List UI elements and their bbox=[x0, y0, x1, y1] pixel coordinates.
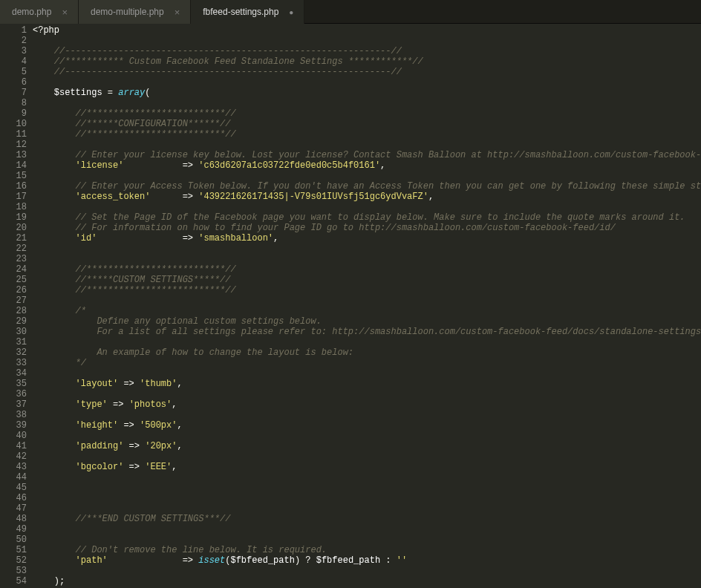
line-number: 11 bbox=[0, 129, 33, 140]
token-s: 'thumb' bbox=[140, 379, 177, 389]
token-c: // For information on how to find your P… bbox=[76, 223, 616, 233]
token-c: //******CONFIGURATION******// bbox=[76, 119, 231, 129]
token-p: , bbox=[428, 192, 434, 202]
token-s: 'photos' bbox=[129, 399, 172, 410]
line-number: 8 bbox=[0, 98, 33, 108]
line-number: 24 bbox=[0, 264, 33, 275]
code-line: 'bgcolor' => 'EEE', bbox=[33, 462, 701, 472]
token-c: /* bbox=[76, 306, 86, 316]
code-line: For a list of all settings please refer … bbox=[33, 327, 701, 337]
token-p: , bbox=[172, 399, 177, 410]
line-number: 9 bbox=[0, 108, 33, 119]
indent bbox=[33, 119, 76, 129]
code-line: //**************************// bbox=[33, 264, 701, 275]
code-line: ); bbox=[33, 576, 701, 587]
indent bbox=[33, 576, 54, 587]
line-number: 40 bbox=[0, 431, 33, 441]
token-c: //--------------------------------------… bbox=[54, 46, 402, 56]
token-s: 'padding' bbox=[76, 441, 124, 451]
line-number: 51 bbox=[0, 545, 33, 555]
indent bbox=[33, 514, 76, 524]
line-number: 45 bbox=[0, 483, 33, 493]
close-icon[interactable]: × bbox=[175, 7, 180, 18]
token-p: => bbox=[150, 192, 198, 202]
indent bbox=[33, 150, 76, 160]
token-p: , bbox=[177, 420, 182, 431]
line-number: 48 bbox=[0, 514, 33, 524]
token-p: ) ? bbox=[295, 555, 316, 566]
close-icon[interactable]: × bbox=[62, 7, 68, 18]
indent bbox=[33, 46, 54, 56]
line-number: 25 bbox=[0, 275, 33, 285]
code-line bbox=[33, 254, 701, 264]
dirty-indicator-icon: ● bbox=[289, 8, 293, 16]
code-content[interactable]: <?php //--------------------------------… bbox=[33, 24, 701, 588]
token-s: 'smashballoon' bbox=[198, 233, 273, 244]
line-number: 33 bbox=[0, 358, 33, 368]
tab-label: demo-multiple.php bbox=[91, 7, 164, 17]
token-s: 'layout' bbox=[76, 379, 119, 389]
indent bbox=[33, 327, 76, 337]
token-s: 'access_token' bbox=[76, 192, 151, 202]
token-s: '439221626171435|-V79s01IUVsfj51gc6ydVva… bbox=[198, 192, 428, 202]
code-line: $settings = array( bbox=[33, 88, 701, 98]
token-c: //**************************// bbox=[76, 129, 236, 140]
token-c: // Don't remove the line below. It is re… bbox=[76, 545, 327, 555]
token-p: => bbox=[108, 399, 129, 410]
code-line: An example of how to change the layout i… bbox=[33, 347, 701, 358]
indent bbox=[33, 192, 76, 202]
code-line: <?php bbox=[33, 25, 701, 36]
indent bbox=[33, 399, 76, 410]
line-number: 34 bbox=[0, 368, 33, 379]
line-number: 31 bbox=[0, 337, 33, 347]
code-line: 'id' => 'smashballoon', bbox=[33, 233, 701, 244]
code-line: // For information on how to find your P… bbox=[33, 223, 701, 233]
token-p: , bbox=[177, 441, 182, 451]
code-line bbox=[33, 77, 701, 88]
token-p: => bbox=[123, 462, 145, 472]
token-p: => bbox=[97, 233, 198, 244]
code-line bbox=[33, 472, 701, 483]
code-line bbox=[33, 295, 701, 306]
code-line: //***END CUSTOM SETTINGS***// bbox=[33, 514, 701, 524]
code-line: 'height' => '500px', bbox=[33, 420, 701, 431]
tab-demo-php[interactable]: demo.php× bbox=[0, 0, 79, 24]
indent bbox=[33, 108, 76, 119]
line-number: 53 bbox=[0, 566, 33, 576]
token-c: Define any optional custom settings belo… bbox=[76, 316, 322, 327]
token-c: //**************************// bbox=[76, 285, 236, 295]
indent bbox=[33, 441, 76, 451]
token-c: */ bbox=[76, 358, 86, 368]
indent bbox=[33, 88, 54, 98]
indent bbox=[33, 129, 76, 140]
line-number: 36 bbox=[0, 389, 33, 399]
token-s: 'id' bbox=[76, 233, 97, 244]
code-line bbox=[33, 389, 701, 399]
token-s: '' bbox=[397, 555, 407, 566]
tab-demo-multiple-php[interactable]: demo-multiple.php× bbox=[79, 0, 191, 24]
indent bbox=[33, 67, 54, 77]
line-number: 22 bbox=[0, 244, 33, 254]
token-c: An example of how to change the layout i… bbox=[76, 347, 353, 358]
token-c: // Enter your Access Token below. If you… bbox=[76, 181, 701, 192]
code-line: 'access_token' => '439221626171435|-V79s… bbox=[33, 192, 701, 202]
line-number: 4 bbox=[0, 56, 33, 67]
line-number: 7 bbox=[0, 88, 33, 98]
indent bbox=[33, 462, 76, 472]
tab-fbfeed-settings-php[interactable]: fbfeed-settings.php● bbox=[191, 0, 304, 24]
token-p: => bbox=[118, 420, 140, 431]
code-line bbox=[33, 451, 701, 462]
line-number: 46 bbox=[0, 493, 33, 503]
code-line: 'padding' => '20px', bbox=[33, 441, 701, 451]
line-number: 27 bbox=[0, 295, 33, 306]
code-line bbox=[33, 503, 701, 514]
code-line bbox=[33, 566, 701, 576]
line-number: 44 bbox=[0, 472, 33, 483]
indent bbox=[33, 306, 76, 316]
line-number: 52 bbox=[0, 555, 33, 566]
code-line: //******CONFIGURATION******// bbox=[33, 119, 701, 129]
token-p: => bbox=[108, 555, 198, 566]
indent bbox=[33, 347, 76, 358]
indent bbox=[33, 555, 76, 566]
line-number: 47 bbox=[0, 503, 33, 514]
